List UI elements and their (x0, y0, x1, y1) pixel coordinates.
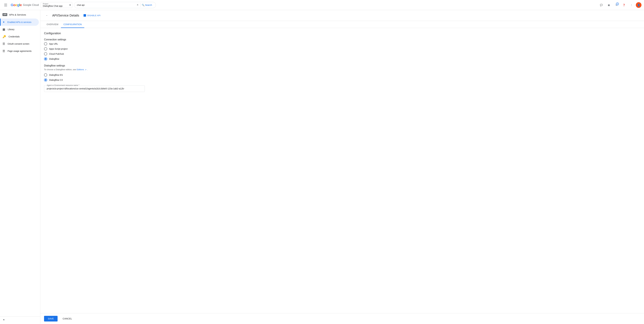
tabs-bar: OVERVIEW CONFIGURATION (40, 21, 644, 28)
chat-icon: 💬 (600, 4, 603, 6)
search-input[interactable] (77, 4, 136, 6)
search-bar: × 🔍 Search (74, 2, 156, 8)
dialogflow-settings-section: Dialogflow settings To choose a Dialogfl… (44, 64, 640, 92)
sidebar-item-label: Library (8, 28, 14, 31)
topbar: Google Google Cloud Project Dialogflow C… (0, 0, 644, 10)
sidebar-title: APIs & Services (9, 13, 26, 16)
save-button[interactable]: SAVE (44, 316, 58, 322)
tab-overview[interactable]: OVERVIEW (44, 21, 61, 28)
topbar-right: 💬 ▣ ① 1 ❓ ⋮ 👤 (598, 2, 642, 8)
page-usage-icon: ☰ (2, 49, 5, 53)
sidebar-item-enabled-apis[interactable]: ✦ Enabled APIs & services (0, 18, 39, 26)
radio-circle-dialogflow-es (44, 73, 47, 76)
sidebar-item-credentials[interactable]: 🔑 Credentials (0, 33, 39, 40)
sidebar-item-oauth[interactable]: ☰ OAuth consent screen (0, 40, 39, 47)
sidebar-item-page-usage[interactable]: ☰ Page usage agreements (0, 47, 39, 55)
project-selector[interactable]: Project Dialogflow Chat app ▾ (41, 2, 72, 8)
config-content: Configuration Connection settings App UR… (40, 28, 644, 313)
tab-configuration[interactable]: CONFIGURATION (61, 21, 84, 28)
radio-label-dialogflow-es: Dialogflow ES (49, 74, 63, 76)
dialogflow-edition-radio-group: Dialogflow ES Dialogflow CX (44, 73, 640, 81)
credentials-icon: 🔑 (2, 35, 6, 38)
bottom-bar: SAVE CANCEL (40, 313, 644, 324)
enabled-apis-icon: ✦ (2, 20, 5, 24)
more-icon: ⋮ (630, 4, 632, 6)
radio-label-apps-script: Apps Script project (49, 48, 68, 50)
project-name: Dialogflow Chat app (43, 5, 67, 7)
sidebar-item-label: OAuth consent screen (8, 42, 30, 45)
connection-settings-title: Connection settings (44, 38, 640, 41)
page-header: ← API/Service Details DISABLE API (40, 10, 644, 21)
radio-dialogflow-cx[interactable]: Dialogflow CX (44, 78, 640, 81)
desc-text: To choose a Dialogflow edition, see (44, 68, 76, 71)
search-label: Search (145, 4, 152, 6)
notification-bell-button[interactable]: ① 1 (613, 2, 620, 8)
agent-resource-field: Agent or Environment resource name * pro… (44, 85, 145, 92)
collapse-icon: ◄ (2, 318, 5, 321)
radio-circle-cloud-pubsub (44, 52, 47, 55)
google-cloud-logo[interactable]: Google Google Cloud (11, 3, 39, 7)
help-icon: ❓ (622, 4, 625, 6)
radio-circle-apps-script (44, 47, 47, 50)
back-arrow-icon: ← (46, 14, 48, 17)
notifications-button[interactable]: 💬 (598, 2, 604, 8)
avatar-image: 👤 (638, 4, 640, 6)
sidebar-footer: ◄ (0, 316, 40, 323)
radio-label-dialogflow: Dialogflow (49, 58, 59, 60)
search-button[interactable]: 🔍 Search (140, 3, 153, 7)
cloud-shell-button[interactable]: ▣ (606, 2, 612, 8)
terminal-icon: ▣ (608, 4, 610, 6)
radio-circle-dialogflow (44, 57, 47, 60)
disable-icon (84, 14, 86, 17)
connection-type-radio-group: App URL Apps Script project Cloud Pub/Su… (44, 42, 640, 60)
radio-label-app-url: App URL (49, 42, 58, 45)
page-title: API/Service Details (52, 14, 79, 17)
chevron-down-icon: ▾ (69, 3, 71, 7)
layout: API APIs & Services ✦ Enabled APIs & ser… (0, 10, 644, 324)
sidebar-item-label: Enabled APIs & services (8, 21, 32, 23)
dialogflow-settings-title: Dialogflow settings (44, 64, 640, 67)
project-label: Project (43, 3, 67, 5)
library-icon: ▦ (2, 28, 5, 31)
editions-link[interactable]: Editions ↗ (76, 68, 87, 71)
disable-api-button[interactable]: DISABLE API (82, 13, 102, 18)
radio-circle-app-url (44, 42, 47, 45)
radio-app-url[interactable]: App URL (44, 42, 640, 45)
radio-dialogflow-es[interactable]: Dialogflow ES (44, 73, 640, 76)
user-avatar[interactable]: 👤 (636, 2, 642, 8)
clear-search-button[interactable]: × (137, 3, 138, 6)
hamburger-menu[interactable] (2, 2, 9, 8)
sidebar-header: API APIs & Services (0, 11, 40, 18)
radio-label-cloud-pubsub: Cloud Pub/Sub (49, 53, 64, 55)
main-content: ← API/Service Details DISABLE API OVERVI… (40, 10, 644, 324)
radio-label-dialogflow-cx: Dialogflow CX (49, 79, 63, 81)
notification-count: 1 (616, 2, 619, 5)
connection-settings-section: Connection settings App URL Apps Script … (44, 38, 640, 60)
sidebar-nav: ✦ Enabled APIs & services ▦ Library 🔑 Cr… (0, 18, 40, 316)
back-button[interactable]: ← (44, 12, 50, 18)
radio-apps-script[interactable]: Apps Script project (44, 47, 640, 50)
sidebar-item-label: Page usage agreements (8, 50, 32, 52)
oauth-icon: ☰ (2, 42, 5, 45)
disable-api-label: DISABLE API (87, 14, 100, 17)
api-icon: API (2, 13, 7, 16)
agent-resource-value[interactable]: projects/a-project-id/locations/us-centr… (47, 87, 142, 90)
radio-dialogflow[interactable]: Dialogflow (44, 57, 640, 60)
configuration-title: Configuration (44, 32, 640, 35)
sidebar-item-library[interactable]: ▦ Library (0, 26, 39, 33)
sidebar-item-label: Credentials (8, 35, 20, 38)
cloud-text: Google Cloud (23, 3, 39, 6)
more-options-button[interactable]: ⋮ (628, 2, 634, 8)
desc-end: . (87, 68, 88, 71)
external-link-icon: ↗ (85, 69, 86, 71)
sidebar: API APIs & Services ✦ Enabled APIs & ser… (0, 10, 40, 324)
radio-circle-dialogflow-cx (44, 78, 47, 81)
radio-cloud-pubsub[interactable]: Cloud Pub/Sub (44, 52, 640, 55)
search-icon: 🔍 (142, 4, 144, 6)
editions-link-text: Editions (76, 68, 84, 71)
dialogflow-settings-description: To choose a Dialogflow edition, see Edit… (44, 68, 640, 71)
collapse-sidebar-button[interactable]: ◄ (2, 318, 38, 321)
agent-resource-label: Agent or Environment resource name * (46, 84, 80, 86)
help-button[interactable]: ❓ (621, 2, 627, 8)
cancel-button[interactable]: CANCEL (60, 316, 74, 322)
